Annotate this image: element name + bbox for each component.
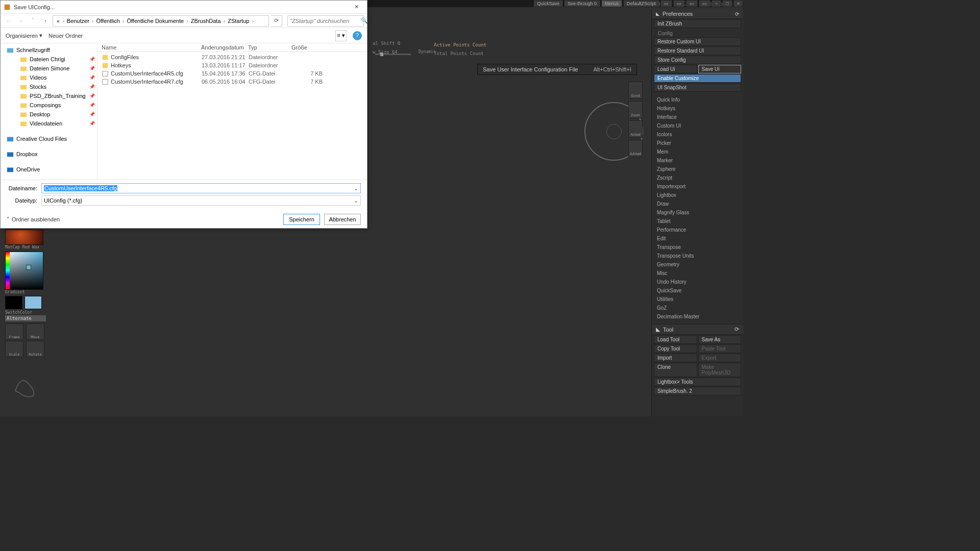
pref-category[interactable]: Mem — [652, 147, 743, 156]
pref-category[interactable]: Icolors — [652, 130, 743, 139]
folder-row[interactable]: ConfigFiles27.03.2016 21:21Dateiordner — [102, 53, 363, 61]
chevron-down-icon[interactable]: ⌄ — [354, 185, 358, 192]
swatch-primary[interactable] — [24, 296, 42, 309]
gizmo-move-button[interactable]: Move — [26, 323, 44, 340]
breadcrumb-item[interactable]: ZStartup — [226, 18, 251, 24]
close-icon[interactable]: ✕ — [349, 4, 364, 10]
folder-row[interactable]: Hotkeys13.03.2016 11:17Dateiordner — [102, 61, 363, 69]
pref-category[interactable]: Hotkeys — [652, 104, 743, 113]
up-button[interactable]: ↑ — [40, 16, 51, 26]
breadcrumb-item[interactable]: Benutzer — [65, 18, 91, 24]
hide-folders-toggle[interactable]: ˄Ordner ausblenden — [7, 216, 60, 223]
file-row[interactable]: CustomUserInterface4R5.cfg15.04.2016 17:… — [102, 69, 363, 78]
pref-category[interactable]: Zsphere — [652, 165, 743, 173]
filetype-dropdown[interactable]: UIConfig (*.cfg) ⌄ — [41, 195, 361, 206]
refresh-icon[interactable]: ⟳ — [734, 326, 739, 333]
tree-item[interactable]: Composings📌 — [1, 101, 97, 110]
pref-category[interactable]: Marker — [652, 156, 743, 165]
window-icon[interactable]: ▭ — [673, 0, 685, 7]
tree-item[interactable]: Videos📌 — [1, 73, 97, 82]
breadcrumb-item[interactable]: « — [55, 18, 61, 24]
pref-category[interactable]: Zscript — [652, 173, 743, 182]
color-picker[interactable] — [5, 252, 43, 290]
copy-tool-button[interactable]: Copy Tool — [654, 344, 697, 353]
pref-category[interactable]: Custom UI — [652, 121, 743, 130]
refresh-icon[interactable]: ⟳ — [735, 11, 739, 17]
search-icon[interactable]: 🔍 — [361, 17, 368, 24]
minimize-icon[interactable]: − — [712, 0, 721, 7]
simplebrush-item[interactable]: SimpleBrush. 2 — [654, 387, 741, 395]
save-button[interactable]: Speichern — [283, 214, 320, 225]
tree-item[interactable]: Stocks📌 — [1, 82, 97, 91]
tree-item[interactable]: Dropbox — [1, 149, 97, 159]
breadcrumb-item[interactable]: Öffentlich — [95, 18, 121, 24]
pref-category[interactable]: Undo History — [652, 278, 743, 286]
quicksave-button[interactable]: QuickSave — [533, 0, 563, 7]
pref-category[interactable]: Quick Info — [652, 95, 743, 104]
seethrough-slider[interactable]: See-through 0 — [564, 0, 600, 7]
tree-item[interactable]: PSD_ZBrush_Training📌 — [1, 91, 97, 101]
pref-category[interactable]: Magnify Glass — [652, 208, 743, 217]
pref-category[interactable]: Draw — [652, 199, 743, 208]
tree-item[interactable]: Schnellzugriff — [1, 45, 97, 55]
pref-category[interactable]: Utilities — [652, 295, 743, 304]
pref-category[interactable]: Tablet — [652, 217, 743, 226]
window-icon[interactable]: ▭ — [699, 0, 710, 7]
tree-item[interactable]: Dateien Simone📌 — [1, 64, 97, 73]
tree-item[interactable]: OneDrive — [1, 165, 97, 174]
pref-category[interactable]: Lightbox — [652, 191, 743, 199]
file-row[interactable]: CustomUserInterface4R7.cfg06.05.2016 16:… — [102, 78, 363, 86]
search-input[interactable] — [290, 18, 361, 24]
gizmo-scale-button[interactable]: Scale — [5, 341, 23, 357]
switchcolor-label[interactable]: SwitchColor — [5, 310, 46, 315]
pref-category[interactable]: QuickSave — [652, 286, 743, 295]
view-mode-dropdown[interactable]: ≡ ▾ — [335, 30, 347, 41]
recent-dropdown[interactable]: ˅ — [28, 16, 38, 26]
restore-standard-ui-button[interactable]: Restore Standard UI — [654, 46, 741, 55]
viewport-tool-scroll[interactable]: Scroll — [628, 82, 643, 99]
pref-category[interactable]: Misc — [652, 269, 743, 278]
save-as-button[interactable]: Save As — [698, 335, 742, 344]
pref-category[interactable]: GoZ — [652, 304, 743, 312]
init-zbrush-button[interactable]: Init ZBrush — [654, 19, 741, 28]
matcap-preview[interactable] — [5, 230, 43, 245]
pref-category[interactable]: Edit — [652, 234, 743, 243]
breadcrumb-item[interactable]: Öffentliche Dokumente — [125, 18, 185, 24]
pref-category[interactable]: Picker — [652, 139, 743, 147]
refresh-button[interactable]: ⟳ — [271, 15, 282, 27]
lightbox-tools-button[interactable]: Lightbox> Tools — [654, 378, 741, 386]
window-icon[interactable]: ▭ — [686, 0, 698, 7]
pref-category[interactable]: Interface — [652, 113, 743, 121]
tree-item[interactable]: Videodateien📌 — [1, 119, 97, 128]
tree-item[interactable]: Creative Cloud Files — [1, 134, 97, 143]
tree-item[interactable]: Dateien Chrigi📌 — [1, 55, 97, 64]
preferences-header[interactable]: ◣ Preferences ⟳ — [652, 9, 743, 19]
store-config-button[interactable]: Store Config — [654, 56, 741, 64]
viewport-tool-zoom[interactable]: Zoom — [628, 101, 643, 118]
help-icon[interactable]: ? — [353, 31, 362, 40]
back-button[interactable]: ← — [4, 16, 14, 26]
viewport-tool-aahalf[interactable]: AAHalf — [628, 140, 643, 157]
enable-customize-toggle[interactable]: Enable Customize — [654, 74, 741, 83]
clone-button[interactable]: Clone — [654, 363, 697, 377]
load-tool-button[interactable]: Load Tool — [654, 335, 697, 344]
defaultzscript-button[interactable]: DefaultZScript — [623, 0, 659, 7]
import-button[interactable]: Import — [654, 354, 697, 362]
chevron-down-icon[interactable]: ⌄ — [354, 197, 358, 204]
alternate-button[interactable]: Alternate — [5, 315, 46, 321]
new-folder-button[interactable]: Neuer Ordner — [48, 33, 83, 39]
tree-item[interactable]: Desktop📌 — [1, 110, 97, 119]
maximize-icon[interactable]: □ — [722, 0, 732, 7]
restore-custom-ui-button[interactable]: Restore Custom UI — [654, 37, 741, 46]
pref-category[interactable]: Importexport — [652, 182, 743, 191]
pref-category[interactable]: Geometry — [652, 260, 743, 269]
menus-button[interactable]: Menus — [601, 0, 622, 7]
load-ui-button[interactable]: Load Ui — [654, 65, 697, 73]
window-icon[interactable]: ▭ — [660, 0, 672, 7]
gizmo-frame-button[interactable]: Frame — [5, 323, 23, 340]
breadcrumb-item[interactable]: ZBrushData — [189, 18, 223, 24]
tool-header[interactable]: ◣ Tool ⟳ — [652, 324, 743, 335]
save-ui-button[interactable]: Save Ui — [698, 65, 742, 73]
search-box[interactable]: 🔍 — [287, 15, 364, 27]
pref-category[interactable]: Transpose Units — [652, 252, 743, 260]
